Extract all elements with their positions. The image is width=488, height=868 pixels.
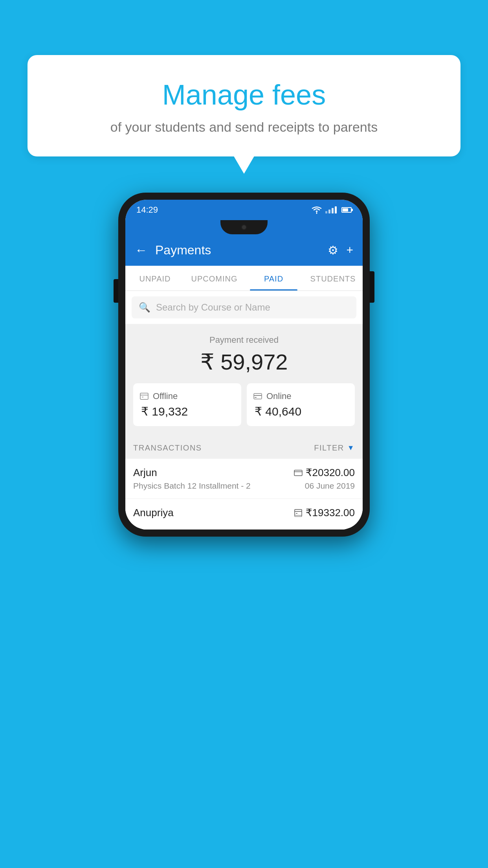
search-container: 🔍 Search by Course or Name [125,291,363,324]
status-time: 14:29 [136,205,158,215]
payment-summary: Payment received ₹ 59,972 O [125,324,363,436]
payment-received-label: Payment received [133,335,355,345]
transaction-amount: ₹19332.00 [306,507,355,519]
transaction-name: Arjun [133,467,157,479]
offline-card-top: Offline [139,391,235,401]
transaction-bottom: Physics Batch 12 Installment - 2 06 June… [133,481,355,491]
app-bar: ← Payments ⚙ + [125,234,363,266]
transaction-name: Anupriya [133,507,174,519]
transaction-top: Anupriya ₹19332.00 [133,507,355,519]
transaction-amount-wrap: ₹20320.00 [294,467,355,479]
transaction-offline-icon [294,509,303,517]
wifi-icon [311,206,322,214]
back-button[interactable]: ← [135,243,147,257]
offline-amount: ₹ 19,332 [139,405,235,418]
offline-card: Offline ₹ 19,332 [133,383,241,426]
filter-label: FILTER [314,443,344,452]
transaction-top: Arjun ₹20320.00 [133,467,355,479]
notch [220,220,268,234]
transaction-payment-type-icon [294,470,303,476]
offline-payment-icon [139,392,149,401]
table-row[interactable]: Arjun ₹20320.00 Physics Batch 12 Install… [125,459,363,499]
phone-screen: 14:29 [125,200,363,530]
signal-icon [325,206,337,213]
battery-icon [341,207,352,213]
transaction-amount: ₹20320.00 [306,467,355,479]
svg-rect-5 [255,397,257,398]
bubble-subtitle: of your students and send receipts to pa… [47,120,441,135]
online-card: Online ₹ 40,640 [247,383,355,426]
tabs-bar: UNPAID UPCOMING PAID STUDENTS [125,266,363,291]
tab-upcoming[interactable]: UPCOMING [185,266,244,291]
app-bar-title: Payments [155,243,320,257]
svg-rect-6 [294,470,302,476]
status-bar: 14:29 [125,200,363,220]
search-input[interactable]: Search by Course or Name [156,302,270,313]
filter-icon: ▼ [347,444,355,452]
transaction-course: Physics Batch 12 Installment - 2 [133,481,251,491]
offline-label: Offline [153,391,178,401]
add-icon[interactable]: + [346,243,353,257]
speech-bubble: Manage fees of your students and send re… [28,55,460,156]
tab-students[interactable]: STUDENTS [303,266,363,291]
settings-icon[interactable]: ⚙ [328,243,338,257]
search-icon: 🔍 [139,302,150,313]
online-card-top: Online [253,391,349,401]
tab-paid[interactable]: PAID [244,266,303,291]
table-row[interactable]: Anupriya ₹19332.00 [125,499,363,530]
transactions-label: TRANSACTIONS [133,443,202,452]
online-amount: ₹ 40,640 [253,405,349,418]
phone-frame: 14:29 [118,193,370,537]
svg-rect-3 [254,394,262,399]
svg-rect-0 [140,393,148,399]
camera-dot [241,224,247,230]
payment-total-amount: ₹ 59,972 [133,349,355,375]
content-area: 🔍 Search by Course or Name Payment recei… [125,291,363,530]
transaction-amount-wrap: ₹19332.00 [294,507,355,519]
tab-unpaid[interactable]: UNPAID [125,266,185,291]
transactions-header: TRANSACTIONS FILTER ▼ [125,436,363,459]
online-label: Online [266,391,292,401]
filter-button[interactable]: FILTER ▼ [314,443,355,452]
transaction-date: 06 June 2019 [305,481,355,491]
status-icons [311,206,352,214]
bubble-title: Manage fees [47,79,441,111]
online-payment-icon [253,392,262,401]
phone-outer: 14:29 [118,193,370,537]
speech-bubble-container: Manage fees of your students and send re… [28,55,460,156]
search-box[interactable]: 🔍 Search by Course or Name [132,296,356,318]
svg-rect-8 [295,509,302,516]
notch-area [125,220,363,234]
payment-cards: Offline ₹ 19,332 [133,383,355,426]
app-bar-actions: ⚙ + [328,243,353,257]
